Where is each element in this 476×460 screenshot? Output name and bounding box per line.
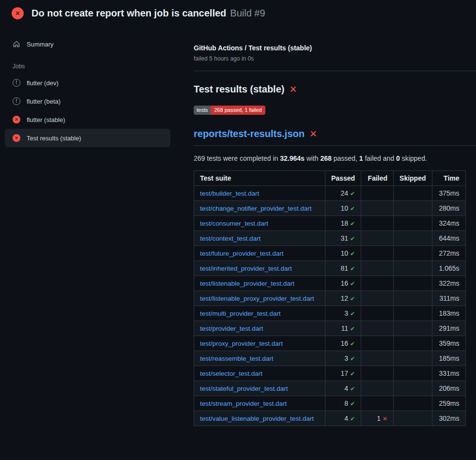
failed-cell: [361, 246, 394, 261]
test-suite-link[interactable]: test/listenable_proxy_provider_test.dart: [200, 295, 314, 302]
test-suite-link[interactable]: test/value_listenable_provider_test.dart: [200, 415, 314, 422]
time-cell: 331ms: [432, 366, 465, 381]
sidebar-item-label: flutter (beta): [27, 98, 61, 105]
sidebar-item-flutter-stable[interactable]: ✕ flutter (stable): [5, 110, 170, 129]
time-cell: 1.065s: [432, 261, 465, 276]
test-suite-link[interactable]: test/change_notifier_provider_test.dart: [200, 205, 311, 212]
check-icon: ✔: [350, 220, 355, 227]
skipped-cell: [394, 411, 432, 426]
passed-cell: 17 ✔: [325, 366, 361, 381]
failed-cell: [361, 291, 394, 306]
results-table: Test suite Passed Failed Skipped Time te…: [194, 170, 466, 426]
skipped-cell: [394, 351, 432, 366]
time-cell: 375ms: [432, 186, 465, 201]
time-cell: 206ms: [432, 381, 465, 396]
header-test-suite: Test suite: [194, 171, 325, 186]
skipped-cell: [394, 336, 432, 351]
test-suite-link[interactable]: test/provider_test.dart: [200, 325, 263, 332]
sidebar-item-flutter-dev[interactable]: ! flutter (dev): [5, 74, 170, 92]
passed-cell: 10 ✔: [325, 246, 361, 261]
test-suite-link[interactable]: test/stream_provider_test.dart: [200, 400, 287, 407]
passed-cell: 16 ✔: [325, 336, 361, 351]
time-cell: 291ms: [432, 321, 465, 336]
summary-line: 269 tests were completed in 32.964s with…: [194, 154, 476, 162]
sidebar-item-flutter-beta[interactable]: ! flutter (beta): [5, 92, 170, 110]
time-cell: 259ms: [432, 396, 465, 411]
suite-cell: test/value_listenable_provider_test.dart: [194, 411, 325, 426]
check-icon: ✔: [350, 340, 355, 347]
test-suite-link[interactable]: test/stateful_provider_test.dart: [200, 385, 288, 392]
check-icon: ✔: [350, 205, 355, 212]
jobs-heading: Jobs: [5, 53, 189, 74]
skipped-cell: [394, 291, 432, 306]
failed-cell: [361, 261, 394, 276]
table-row: test/future_provider_test.dart10 ✔272ms: [194, 246, 466, 261]
sidebar-item-label: Test results (stable): [27, 135, 81, 142]
test-suite-link[interactable]: test/reassemble_test.dart: [200, 355, 274, 362]
failed-cell: [361, 201, 394, 216]
summary-text: passed,: [332, 154, 359, 162]
passed-cell: 81 ✔: [325, 261, 361, 276]
summary-text: 269 tests were completed in: [194, 154, 280, 162]
failed-x-icon: ✕: [309, 129, 317, 138]
x-icon: ✕: [383, 415, 387, 422]
test-suite-link[interactable]: test/listenable_provider_test.dart: [200, 280, 294, 287]
check-icon: ✔: [350, 355, 355, 362]
table-row: test/stream_provider_test.dart8 ✔259ms: [194, 396, 466, 411]
skipped-cell: [394, 366, 432, 381]
table-row: test/consumer_test.dart18 ✔324ms: [194, 216, 466, 231]
divider: [194, 71, 476, 71]
test-suite-link[interactable]: test/builder_test.dart: [200, 190, 259, 197]
build-title: Do not create report when job is cancell…: [31, 8, 226, 18]
passed-cell: 16 ✔: [325, 276, 361, 291]
header-time: Time: [432, 171, 465, 186]
summary-skipped-count: 0: [396, 154, 400, 162]
time-cell: 302ms: [432, 411, 465, 426]
neutral-status-icon: !: [13, 97, 20, 105]
suite-cell: test/reassemble_test.dart: [194, 351, 325, 366]
test-suite-link[interactable]: test/consumer_test.dart: [200, 220, 268, 227]
breadcrumb: GitHub Actions / Test results (stable): [194, 44, 476, 52]
test-suite-link[interactable]: test/multi_provider_test.dart: [200, 310, 281, 317]
check-icon: ✔: [350, 415, 355, 422]
failed-x-icon: ✕: [289, 85, 297, 94]
test-suite-link[interactable]: test/proxy_provider_test.dart: [200, 340, 283, 347]
failed-cell: [361, 306, 394, 321]
neutral-status-icon: !: [13, 79, 20, 87]
check-icon: ✔: [350, 310, 355, 317]
passed-cell: 24 ✔: [325, 186, 361, 201]
check-icon: ✔: [350, 385, 355, 392]
report-file-link[interactable]: reports/test-results.json: [194, 128, 305, 139]
failed-cell: [361, 186, 394, 201]
failed-cell: [361, 231, 394, 246]
test-suite-link[interactable]: test/context_test.dart: [200, 235, 261, 242]
skipped-cell: [394, 396, 432, 411]
suite-cell: test/stream_provider_test.dart: [194, 396, 325, 411]
suite-cell: test/stateful_provider_test.dart: [194, 381, 325, 396]
skipped-cell: [394, 261, 432, 276]
section-heading: Test results (stable) ✕: [194, 84, 476, 95]
passed-cell: 4 ✔: [325, 411, 361, 426]
summary-text: with: [305, 154, 321, 162]
check-icon: ✔: [350, 325, 355, 332]
main-content: GitHub Actions / Test results (stable) f…: [194, 26, 476, 426]
test-suite-link[interactable]: test/selector_test.dart: [200, 370, 262, 377]
test-suite-link[interactable]: test/future_provider_test.dart: [200, 250, 284, 257]
time-cell: 272ms: [432, 246, 465, 261]
time-cell: 324ms: [432, 216, 465, 231]
table-row: test/stateful_provider_test.dart4 ✔206ms: [194, 381, 466, 396]
check-icon: ✔: [350, 280, 355, 287]
table-row: test/provider_test.dart11 ✔291ms: [194, 321, 466, 336]
time-cell: 183ms: [432, 306, 465, 321]
sidebar-item-summary[interactable]: Summary: [5, 35, 170, 53]
suite-cell: test/multi_provider_test.dart: [194, 306, 325, 321]
time-cell: 185ms: [432, 351, 465, 366]
suite-cell: test/provider_test.dart: [194, 321, 325, 336]
table-header-row: Test suite Passed Failed Skipped Time: [194, 171, 466, 186]
test-suite-link[interactable]: test/inherited_provider_test.dart: [200, 265, 292, 272]
summary-failed-count: 1: [359, 154, 363, 162]
failed-cell: 1 ✕: [361, 411, 394, 426]
suite-cell: test/inherited_provider_test.dart: [194, 261, 325, 276]
failed-cell: [361, 321, 394, 336]
sidebar-item-test-results-stable[interactable]: ✕ Test results (stable): [5, 129, 170, 147]
